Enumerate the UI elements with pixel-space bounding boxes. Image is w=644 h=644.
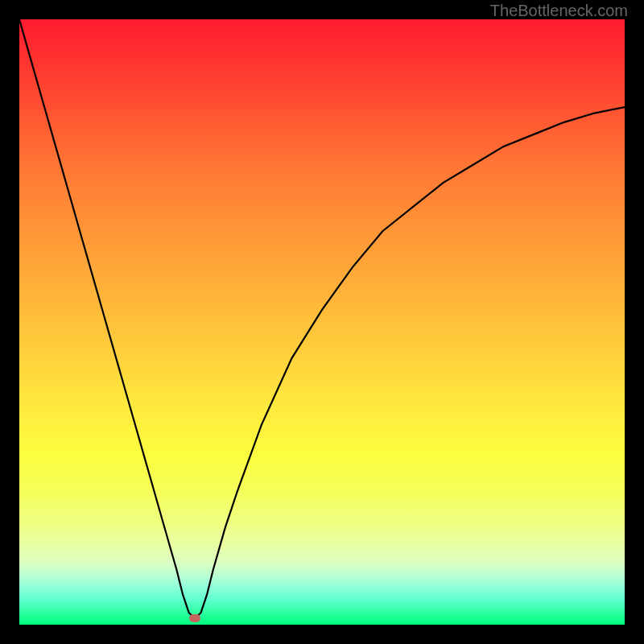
plot-area	[19, 19, 625, 625]
watermark-text: TheBottleneck.com	[490, 2, 628, 20]
optimal-point-marker	[189, 614, 200, 622]
bottleneck-curve-path	[19, 19, 625, 618]
curve-svg	[19, 19, 625, 625]
